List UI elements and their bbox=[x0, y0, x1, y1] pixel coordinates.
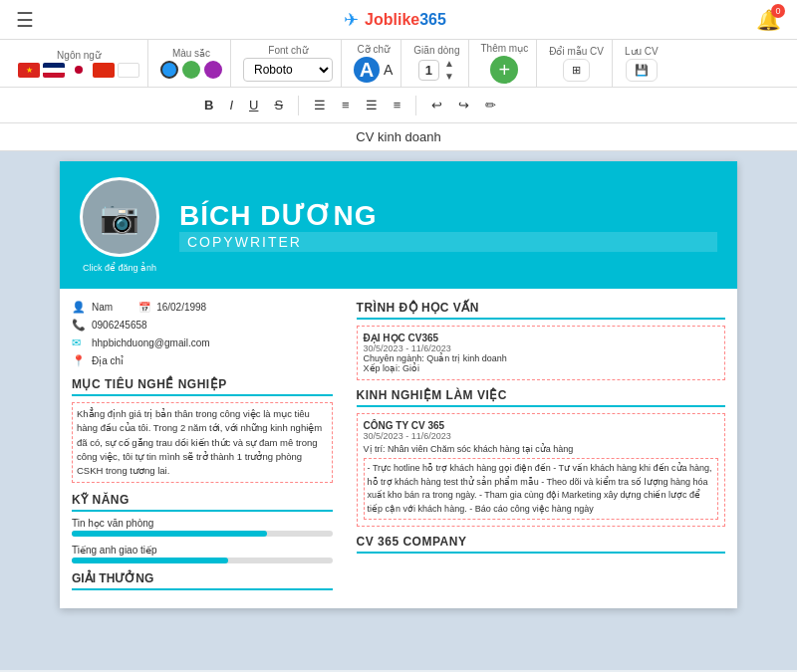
language-section: Ngôn ngữ bbox=[10, 40, 148, 87]
award-title: GIẢI THƯỞNG bbox=[72, 571, 333, 590]
spacing-number: 1 bbox=[418, 60, 439, 81]
cv-name: BÍCH DƯƠNG bbox=[179, 199, 717, 232]
spacing-up[interactable]: ▲ bbox=[443, 58, 455, 70]
save-button[interactable]: 💾 bbox=[626, 59, 658, 82]
objective-text: Khẳng định giá trị bản thân trong công v… bbox=[72, 402, 333, 483]
cv-right-column: TRÌNH ĐỘ HỌC VẤN ĐẠI HỌC CV365 30/5/2023… bbox=[345, 289, 737, 608]
bold-button[interactable]: B bbox=[199, 95, 218, 115]
align-center-button[interactable]: ≡ bbox=[337, 95, 355, 115]
add-button[interactable]: + bbox=[490, 56, 518, 84]
color-green[interactable] bbox=[182, 61, 200, 79]
cv-container: 📷 Click để đăng ảnh BÍCH DƯƠNG COPYWRITE… bbox=[0, 151, 797, 670]
flag-japan[interactable] bbox=[68, 63, 90, 78]
hamburger-button[interactable]: ☰ bbox=[16, 8, 34, 32]
spacing-down[interactable]: ▼ bbox=[443, 71, 455, 83]
font-size-label: Cỡ chữ bbox=[357, 44, 390, 55]
logo-part2: 365 bbox=[419, 11, 446, 28]
notification-button[interactable]: 🔔 0 bbox=[756, 8, 781, 32]
language-label: Ngôn ngữ bbox=[57, 50, 101, 61]
color-purple[interactable] bbox=[204, 61, 222, 79]
top-nav: ☰ ✈ Joblike365 🔔 0 bbox=[0, 0, 797, 40]
objective-title: MỤC TIÊU NGHỀ NGHIỆP bbox=[72, 377, 333, 396]
experience-block: CÔNG TY CV 365 30/5/2023 - 11/6/2023 Vị … bbox=[357, 413, 725, 527]
template-section: Đổi mẫu CV ⊞ bbox=[541, 40, 613, 87]
cv-title: COPYWRITER bbox=[179, 232, 717, 252]
logo-icon: ✈ bbox=[344, 9, 359, 31]
flag-english[interactable] bbox=[43, 63, 65, 78]
skill-name-2: Tiếng anh giao tiếp bbox=[72, 545, 333, 556]
flag-china[interactable] bbox=[93, 63, 115, 78]
skill-name: Tin học văn phòng bbox=[72, 518, 333, 529]
notification-badge: 0 bbox=[771, 4, 785, 18]
exp-date: 30/5/2023 - 11/6/2023 bbox=[364, 431, 718, 441]
add-label: Thêm mục bbox=[481, 43, 529, 54]
cv-document: 📷 Click để đăng ảnh BÍCH DƯƠNG COPYWRITE… bbox=[60, 161, 737, 608]
cv-type-label: CV kinh doanh bbox=[356, 129, 440, 144]
font-size-small-a[interactable]: A bbox=[384, 62, 393, 78]
phone-icon: 📞 bbox=[72, 319, 86, 332]
template-label: Đổi mẫu CV bbox=[549, 46, 604, 57]
language-flags bbox=[18, 63, 139, 78]
cv-name-area: BÍCH DƯƠNG COPYWRITER bbox=[179, 199, 717, 252]
skill-bar bbox=[72, 531, 333, 537]
align-right-button[interactable]: ☰ bbox=[361, 95, 383, 115]
cv-photo-area: 📷 Click để đăng ảnh bbox=[80, 177, 159, 273]
align-left-button[interactable]: ☰ bbox=[309, 95, 331, 115]
font-size-section: Cỡ chữ A A bbox=[346, 40, 401, 87]
experience-title: KINH NGHIỆM LÀM VIỆC bbox=[357, 388, 725, 407]
format-toolbar: B I U S ☰ ≡ ☰ ≡ ↩ ↪ ✏ bbox=[0, 88, 797, 123]
add-section: Thêm mục + bbox=[473, 40, 538, 87]
gender-value: Nam bbox=[92, 302, 113, 313]
align-justify-button[interactable]: ≡ bbox=[389, 95, 406, 115]
cv-photo-label: Click để đăng ảnh bbox=[83, 263, 156, 273]
cv-header: 📷 Click để đăng ảnh BÍCH DƯƠNG COPYWRITE… bbox=[60, 161, 737, 289]
skill-item: Tin học văn phòng bbox=[72, 518, 333, 537]
color-dots bbox=[160, 61, 222, 79]
color-blue[interactable] bbox=[160, 61, 178, 79]
logo-part1: Joblike bbox=[365, 11, 419, 28]
gender-icon: 👤 bbox=[72, 301, 86, 314]
flag-korea[interactable] bbox=[118, 63, 139, 78]
email-icon: ✉ bbox=[72, 336, 86, 349]
edu-school: ĐẠI HỌC CV365 bbox=[364, 333, 718, 343]
skill-fill bbox=[72, 531, 267, 537]
paint-button[interactable]: ✏ bbox=[480, 95, 501, 115]
underline-button[interactable]: U bbox=[244, 95, 263, 115]
main-toolbar: Ngôn ngữ Màu sắc Font chữ Roboto bbox=[0, 40, 797, 88]
flag-vietnam[interactable] bbox=[18, 63, 40, 78]
font-select[interactable]: Roboto bbox=[243, 58, 333, 82]
edu-major: Chuyên ngành: Quản trị kinh doanh bbox=[364, 353, 718, 363]
education-title: TRÌNH ĐỘ HỌC VẤN bbox=[357, 301, 725, 320]
format-divider-2 bbox=[415, 96, 416, 115]
template-icon: ⊞ bbox=[572, 64, 581, 77]
edu-date: 30/5/2023 - 11/6/2023 bbox=[364, 343, 718, 353]
color-section: Màu sắc bbox=[152, 40, 231, 87]
save-label: Lưu CV bbox=[625, 46, 659, 57]
exp-role: Vị trí: Nhân viên Chăm sóc khách hàng tạ… bbox=[364, 444, 718, 454]
address-icon: 📍 bbox=[72, 354, 86, 367]
spacing-arrows: ▲ ▼ bbox=[443, 58, 455, 83]
font-section: Font chữ Roboto bbox=[235, 40, 342, 87]
font-size-large-a[interactable]: A bbox=[354, 57, 380, 83]
logo-text: Joblike365 bbox=[365, 11, 446, 29]
format-divider-1 bbox=[298, 96, 299, 115]
dob-icon: 📅 bbox=[138, 302, 150, 313]
cv-photo-circle[interactable]: 📷 bbox=[80, 177, 159, 257]
cv-label: CV kinh doanh bbox=[0, 123, 797, 151]
undo-button[interactable]: ↩ bbox=[426, 95, 447, 115]
education-block: ĐẠI HỌC CV365 30/5/2023 - 11/6/2023 Chuy… bbox=[357, 326, 725, 380]
spacing-group: 1 ▲ ▼ bbox=[418, 58, 455, 83]
font-label: Font chữ bbox=[268, 45, 307, 56]
save-section: Lưu CV 💾 bbox=[617, 40, 666, 87]
redo-button[interactable]: ↪ bbox=[453, 95, 474, 115]
contact-phone: 📞 0906245658 bbox=[72, 319, 333, 332]
skill-fill-2 bbox=[72, 558, 228, 563]
template-button[interactable]: ⊞ bbox=[563, 59, 590, 82]
skills-title: KỸ NĂNG bbox=[72, 493, 333, 512]
strikethrough-button[interactable]: S bbox=[269, 95, 288, 115]
italic-button[interactable]: I bbox=[224, 95, 238, 115]
spacing-label: Giãn dòng bbox=[413, 45, 459, 56]
address-value: Địa chỉ bbox=[92, 355, 124, 366]
contact-address: 📍 Địa chỉ bbox=[72, 354, 333, 367]
cv-left-column: 👤 Nam 📅 16/02/1998 📞 0906245658 ✉ hhpbic… bbox=[60, 289, 345, 608]
